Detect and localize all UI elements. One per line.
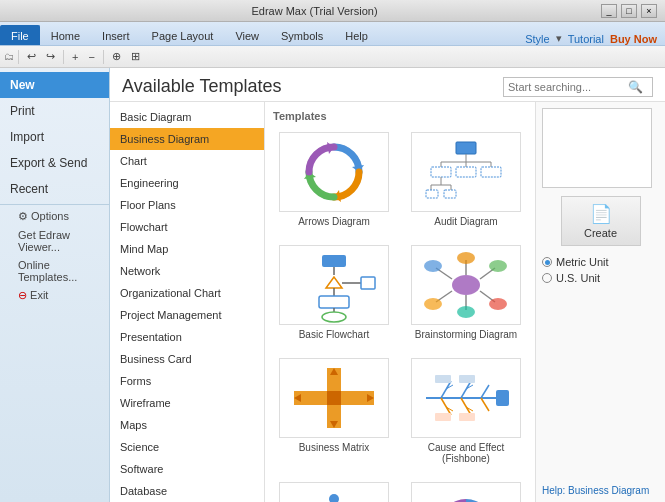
template-pie[interactable]: Pie Chart: [405, 478, 527, 502]
category-floor-plans[interactable]: Floor Plans: [110, 194, 264, 216]
right-panel: 📄 Create Metric Unit U.S. Unit: [535, 102, 665, 502]
sidebar-item-print[interactable]: Print: [0, 98, 109, 124]
svg-point-35: [489, 260, 507, 272]
svg-rect-19: [444, 190, 456, 198]
minimize-button[interactable]: _: [601, 4, 617, 18]
sidebar-item-export[interactable]: Export & Send: [0, 150, 109, 176]
category-engineering[interactable]: Engineering: [110, 172, 264, 194]
radio-us[interactable]: U.S. Unit: [542, 272, 659, 284]
category-science[interactable]: Science: [110, 436, 264, 458]
category-flowchart[interactable]: Flowchart: [110, 216, 264, 238]
category-software[interactable]: Software: [110, 458, 264, 480]
radio-us-label: U.S. Unit: [556, 272, 600, 284]
content-header: Available Templates 🔍: [110, 68, 665, 102]
category-business-card[interactable]: Business Card: [110, 348, 264, 370]
ribbon-right: Style ▾ Tutorial Buy Now: [525, 32, 665, 45]
template-fishbone[interactable]: Cause and Effect (Fishbone): [405, 354, 527, 468]
category-wireframe[interactable]: Wireframe: [110, 392, 264, 414]
help-link[interactable]: Help: Business Diagram: [542, 485, 659, 496]
template-brainstorming[interactable]: Brainstorming Diagram: [405, 241, 527, 344]
svg-point-29: [452, 275, 480, 295]
svg-line-56: [441, 398, 451, 415]
svg-point-26: [322, 312, 346, 322]
svg-line-58: [481, 398, 489, 411]
window-controls[interactable]: _ □ ×: [601, 4, 657, 18]
template-name-arrows: Arrows Diagram: [298, 216, 370, 227]
create-button[interactable]: 📄 Create: [561, 196, 641, 246]
category-mind-map[interactable]: Mind Map: [110, 238, 264, 260]
exit-icon: ⊖: [18, 289, 30, 301]
svg-rect-63: [435, 413, 451, 421]
search-icon: 🔍: [628, 80, 643, 94]
sidebar-item-online-templates[interactable]: Online Templates...: [0, 256, 109, 286]
template-name-matrix: Business Matrix: [299, 442, 370, 453]
templates-layout: Basic Diagram Business Diagram Chart Eng…: [110, 102, 665, 502]
category-basic-diagram[interactable]: Basic Diagram: [110, 106, 264, 128]
template-grid-container: Arrows Diagram: [273, 128, 527, 502]
template-thumb-fishbone: [411, 358, 521, 438]
zoom-out-button[interactable]: −: [84, 50, 98, 64]
sidebar: New Print Import Export & Send Recent ⚙ …: [0, 68, 110, 502]
undo-button[interactable]: ↩: [23, 49, 40, 64]
template-business-matrix[interactable]: Business Matrix: [273, 354, 395, 468]
sidebar-item-edraw-viewer[interactable]: Get Edraw Viewer...: [0, 226, 109, 256]
tool-btn-2[interactable]: ⊞: [127, 49, 144, 64]
category-business-diagram[interactable]: Business Diagram: [110, 128, 264, 150]
radio-metric[interactable]: Metric Unit: [542, 256, 659, 268]
category-chart[interactable]: Chart: [110, 150, 264, 172]
svg-rect-44: [327, 391, 341, 405]
category-project-mgmt[interactable]: Project Management: [110, 304, 264, 326]
close-button[interactable]: ×: [641, 4, 657, 18]
category-presentation[interactable]: Presentation: [110, 326, 264, 348]
sidebar-item-recent[interactable]: Recent: [0, 176, 109, 202]
tab-insert[interactable]: Insert: [91, 25, 141, 45]
category-forms[interactable]: Forms: [110, 370, 264, 392]
svg-rect-61: [435, 375, 451, 383]
page-title: Available Templates: [122, 76, 281, 97]
category-network[interactable]: Network: [110, 260, 264, 282]
tab-view[interactable]: View: [224, 25, 270, 45]
buy-now-link[interactable]: Buy Now: [610, 33, 657, 45]
search-input[interactable]: [508, 81, 628, 93]
category-database[interactable]: Database: [110, 480, 264, 502]
svg-point-37: [489, 298, 507, 310]
svg-point-41: [424, 298, 442, 310]
sidebar-item-import[interactable]: Import: [0, 124, 109, 150]
template-name-brainstorming: Brainstorming Diagram: [415, 329, 517, 340]
category-maps[interactable]: Maps: [110, 414, 264, 436]
redo-button[interactable]: ↪: [42, 49, 59, 64]
sidebar-item-exit[interactable]: ⊖ Exit: [0, 286, 109, 305]
style-link[interactable]: Style: [525, 33, 549, 45]
template-arrows-diagram[interactable]: Arrows Diagram: [273, 128, 395, 231]
svg-point-39: [457, 306, 475, 318]
radio-group: Metric Unit U.S. Unit: [542, 256, 659, 288]
sidebar-item-options[interactable]: ⚙ Options: [0, 207, 109, 226]
tutorial-link[interactable]: Tutorial: [568, 33, 604, 45]
svg-rect-64: [459, 413, 475, 421]
create-label: Create: [584, 227, 617, 239]
tool-btn-1[interactable]: ⊕: [108, 49, 125, 64]
tab-help[interactable]: Help: [334, 25, 379, 45]
template-network[interactable]: Network Diagram: [273, 478, 395, 502]
svg-rect-5: [456, 142, 476, 154]
main-container: New Print Import Export & Send Recent ⚙ …: [0, 68, 665, 502]
sidebar-item-new[interactable]: New: [0, 72, 109, 98]
category-org-chart[interactable]: Organizational Chart: [110, 282, 264, 304]
template-audit-diagram[interactable]: Audit Diagram: [405, 128, 527, 231]
search-box[interactable]: 🔍: [503, 77, 653, 97]
template-basic-flowchart[interactable]: Basic Flowchart: [273, 241, 395, 344]
svg-rect-62: [459, 375, 475, 383]
title-bar: Edraw Max (Trial Version) _ □ ×: [0, 0, 665, 22]
template-thumb-network: [279, 482, 389, 502]
maximize-button[interactable]: □: [621, 4, 637, 18]
svg-rect-13: [481, 167, 501, 177]
svg-marker-22: [326, 277, 342, 288]
svg-line-53: [481, 385, 489, 398]
tab-symbols[interactable]: Symbols: [270, 25, 334, 45]
tab-home[interactable]: Home: [40, 25, 91, 45]
create-icon: 📄: [590, 203, 612, 225]
tab-page-layout[interactable]: Page Layout: [141, 25, 225, 45]
zoom-in-button[interactable]: +: [68, 50, 82, 64]
template-thumb-brainstorming: [411, 245, 521, 325]
tab-file[interactable]: File: [0, 25, 40, 45]
